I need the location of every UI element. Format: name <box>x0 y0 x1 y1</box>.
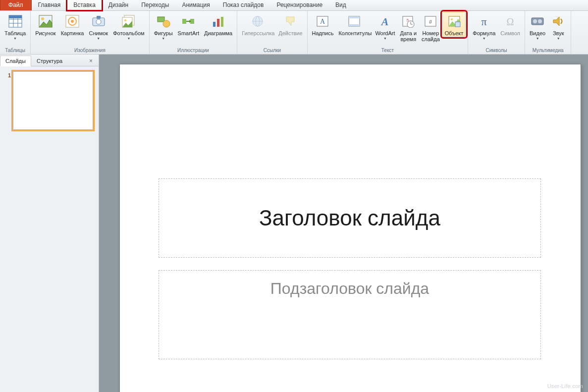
equation-icon: π <box>476 13 492 29</box>
symbol-icon: Ω <box>502 13 518 29</box>
tab-slideshow[interactable]: Показ слайдов <box>216 0 270 10</box>
action-icon <box>282 13 298 29</box>
svg-rect-5 <box>9 15 22 18</box>
subtitle-placeholder[interactable]: Подзаголовок слайда <box>159 270 541 359</box>
title-placeholder[interactable]: Заголовок слайда <box>159 178 541 258</box>
group-media: Видео ▼ Звук ▼ Мультимедиа <box>525 11 571 54</box>
group-label-text: Текст <box>310 47 466 54</box>
svg-rect-44 <box>455 22 460 27</box>
svg-rect-32 <box>349 16 360 18</box>
group-label-images: Изображения <box>33 47 147 54</box>
svg-rect-12 <box>97 16 101 19</box>
ribbon-clipart[interactable]: Картинка <box>58 12 87 37</box>
tab-review[interactable]: Рецензирование <box>270 0 329 10</box>
ribbon-photoalbum[interactable]: Фотоальбом ▼ <box>110 12 147 41</box>
svg-rect-17 <box>158 17 164 22</box>
ribbon-shapes[interactable]: Фигуры ▼ <box>152 12 175 41</box>
ribbon-symbol-label: Символ <box>500 30 520 36</box>
tab-view[interactable]: Вид <box>329 0 353 10</box>
pane-close-button[interactable]: × <box>86 56 96 66</box>
ribbon-wordart[interactable]: A WordArt ▼ <box>373 12 397 41</box>
slide-thumbnail-1[interactable] <box>13 71 93 130</box>
picture-icon <box>38 13 53 29</box>
smartart-icon <box>180 13 196 29</box>
menu-tabs: Файл Главная Вставка Дизайн Переходы Ани… <box>0 0 588 11</box>
ribbon-shapes-label: Фигуры <box>154 30 173 36</box>
ribbon-chart[interactable]: Диаграмма <box>202 12 235 37</box>
ribbon-video[interactable]: Видео ▼ <box>527 12 548 41</box>
svg-rect-23 <box>217 19 219 27</box>
group-text: A Надпись Колонтитулы A WordArt ▼ 5 <box>308 11 469 54</box>
hyperlink-icon <box>250 13 266 29</box>
ribbon-headerfooter[interactable]: Колонтитулы <box>336 12 373 37</box>
ribbon-slidenumber[interactable]: # Номер слайда <box>419 12 442 43</box>
chart-icon <box>211 13 226 29</box>
ribbon-photoalbum-label: Фотоальбом <box>113 30 145 36</box>
ribbon-object[interactable]: Объект <box>442 12 466 37</box>
dropdown-arrow-icon: ▼ <box>536 37 539 40</box>
tab-transitions[interactable]: Переходы <box>135 0 175 10</box>
ribbon-object-label: Объект <box>445 30 463 36</box>
group-symbols: π Формула ▼ Ω Символ Символы <box>468 11 525 54</box>
ribbon-action-label: Действие <box>278 30 302 36</box>
ribbon-datetime-label: Дата и время <box>400 30 417 42</box>
ribbon-equation[interactable]: π Формула ▼ <box>470 12 498 41</box>
pane-tabs: Слайды Структура × <box>0 55 99 66</box>
ribbon-screenshot[interactable]: Снимок ▼ <box>86 12 110 41</box>
headerfooter-icon <box>346 13 362 29</box>
slide-1[interactable]: Заголовок слайда Подзаголовок слайда <box>120 64 581 392</box>
ribbon-table[interactable]: Таблица ▼ <box>2 12 28 41</box>
svg-point-48 <box>533 19 537 23</box>
group-label-symbols: Символы <box>470 47 523 54</box>
dropdown-arrow-icon: ▼ <box>97 37 100 40</box>
ribbon-datetime[interactable]: 5 Дата и время <box>398 12 420 43</box>
object-icon <box>446 13 462 29</box>
ribbon-textbox-label: Надпись <box>312 30 334 36</box>
ribbon-smartart-label: SmartArt <box>178 30 199 36</box>
ribbon-equation-label: Формула <box>473 30 495 36</box>
ribbon-table-label: Таблица <box>4 30 26 36</box>
svg-rect-24 <box>221 17 223 27</box>
subtitle-placeholder-text: Подзаголовок слайда <box>270 280 429 298</box>
ribbon: Таблица ▼ Таблицы Рисунок Картинка <box>0 11 588 55</box>
ribbon-symbol: Ω Символ <box>498 12 523 37</box>
ribbon-clipart-label: Картинка <box>61 30 84 36</box>
ribbon-chart-label: Диаграмма <box>204 30 232 36</box>
tab-design[interactable]: Дизайн <box>102 0 135 10</box>
ribbon-textbox[interactable]: A Надпись <box>310 12 336 37</box>
video-icon <box>530 13 545 29</box>
tab-animation[interactable]: Анимация <box>175 0 216 10</box>
svg-text:A: A <box>320 18 325 25</box>
group-images: Рисунок Картинка Снимок ▼ Фотоальбом <box>31 11 150 54</box>
thumbnails: 1 <box>0 66 99 135</box>
table-icon <box>7 13 23 29</box>
clipart-icon <box>64 13 80 29</box>
svg-point-10 <box>71 20 74 23</box>
watermark: User-Life.com <box>547 383 583 389</box>
ribbon-audio[interactable]: Звук ▼ <box>548 12 569 41</box>
dropdown-arrow-icon: ▼ <box>127 37 130 40</box>
thumbnail-number: 1 <box>3 71 11 130</box>
slide-canvas[interactable]: Заголовок слайда Подзаголовок слайда Use… <box>99 55 588 392</box>
ribbon-wordart-label: WordArt <box>375 30 395 36</box>
shapes-icon <box>156 13 171 29</box>
tab-home[interactable]: Главная <box>32 0 67 10</box>
svg-marker-50 <box>553 17 559 26</box>
tab-insert[interactable]: Вставка <box>67 0 102 10</box>
ribbon-slidenumber-label: Номер слайда <box>422 30 440 42</box>
pane-tab-slides[interactable]: Слайды <box>0 56 31 66</box>
slides-pane: Слайды Структура × 1 <box>0 55 99 392</box>
dropdown-arrow-icon: ▼ <box>482 37 486 40</box>
tab-file[interactable]: Файл <box>0 0 32 10</box>
group-label-links: Ссылки <box>239 47 305 54</box>
ribbon-picture[interactable]: Рисунок <box>33 12 58 37</box>
svg-point-49 <box>538 19 542 23</box>
pane-tab-outline[interactable]: Структура <box>31 56 68 66</box>
ribbon-audio-label: Звук <box>553 30 564 36</box>
ribbon-hyperlink: Гиперссылка <box>239 12 276 37</box>
svg-point-18 <box>163 20 170 27</box>
audio-icon <box>550 13 566 29</box>
svg-rect-22 <box>213 22 215 27</box>
ribbon-smartart[interactable]: SmartArt <box>175 12 202 37</box>
svg-text:Ω: Ω <box>507 16 514 27</box>
